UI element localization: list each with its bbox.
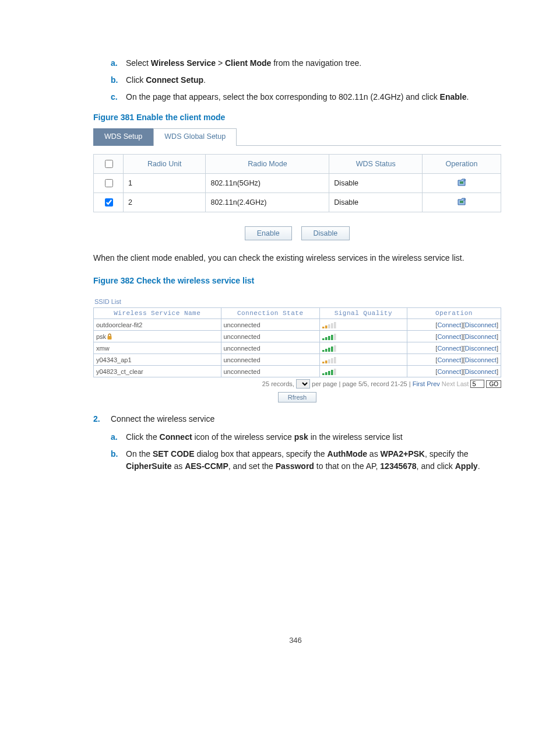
prev-link[interactable]: Prev [427, 380, 440, 387]
cell-wds-status: Disable [329, 193, 423, 212]
operation-icon[interactable] [423, 174, 501, 193]
svg-rect-22 [325, 372, 328, 375]
col-radio-mode: Radio Mode [206, 155, 329, 174]
cell-connection-state: unconnected [221, 331, 319, 342]
col-operation: Operation [423, 155, 501, 174]
select-all-checkbox[interactable] [105, 160, 113, 168]
col-connection-state: Connection State [221, 308, 319, 319]
table-row: xmwunconnected[Connect][Disconnect] [94, 342, 501, 354]
cell-connection-state: unconnected [221, 354, 319, 366]
goto-input[interactable] [470, 380, 484, 388]
page-number: 346 [93, 636, 498, 645]
row-checkbox[interactable] [105, 198, 113, 206]
connect-link[interactable]: Connect [437, 345, 461, 352]
svg-rect-1 [325, 326, 328, 328]
figure-381-caption: Figure 381 Enable the client mode [93, 113, 498, 122]
marker-c: c. [111, 91, 126, 103]
first-link[interactable]: First [413, 380, 425, 387]
marker-a: a. [111, 57, 126, 69]
disconnect-link[interactable]: Disconnect [465, 345, 497, 352]
substep-c: c. On the page that appears, select the … [111, 91, 498, 103]
cell-connection-state: unconnected [221, 366, 319, 377]
svg-rect-0 [322, 327, 325, 328]
cell-radio-unit: 2 [124, 193, 206, 212]
disconnect-link[interactable]: Disconnect [465, 321, 497, 328]
table-row: pskunconnected[Connect][Disconnect] [94, 331, 501, 342]
col-operation: Operation [407, 308, 501, 319]
signal-icon [319, 342, 407, 354]
svg-rect-11 [322, 350, 325, 352]
operation-icon[interactable] [423, 193, 501, 212]
enable-button[interactable]: Enable [245, 226, 292, 240]
figure-382-caption: Figure 382 Check the wireless service li… [93, 276, 498, 285]
table-row: y04823_ct_clearunconnected[Connect][Disc… [94, 366, 501, 377]
perpage-select[interactable]: 5 [296, 379, 310, 388]
svg-rect-23 [328, 371, 330, 375]
substep-2a: a. Click the Connect icon of the wireles… [111, 431, 498, 443]
button-row: Enable Disable [93, 226, 501, 240]
cell-operation: [Connect][Disconnect] [407, 366, 501, 377]
cell-connection-state: unconnected [221, 342, 319, 354]
perpage-text: per page | page 5/5, record 21-25 | [312, 380, 411, 387]
svg-rect-17 [325, 360, 328, 363]
cell-radio-mode: 802.11n(2.4GHz) [206, 193, 329, 212]
svg-rect-6 [322, 338, 325, 340]
substeps-1: a. Select Wireless Service > Client Mode… [111, 57, 498, 103]
table-row: outdoorclear-fit2unconnected[Connect][Di… [94, 319, 501, 331]
svg-rect-16 [322, 362, 325, 363]
cell-connection-state: unconnected [221, 319, 319, 331]
svg-rect-5 [108, 336, 112, 340]
substep-a-text: Select Wireless Service > Client Mode fr… [126, 57, 361, 69]
step-2-title: Connect the wireless service [111, 413, 214, 425]
svg-rect-3 [331, 323, 333, 328]
svg-rect-8 [328, 336, 330, 340]
tab-wds-global-setup[interactable]: WDS Global Setup [153, 128, 237, 146]
svg-rect-4 [334, 322, 336, 328]
substep-2a-text: Click the Connect icon of the wireless s… [126, 431, 403, 443]
svg-rect-10 [334, 334, 336, 340]
step-2: 2. Connect the wireless service [93, 413, 498, 425]
disable-button[interactable]: Disable [301, 226, 350, 240]
next-link[interactable]: Next [442, 380, 455, 387]
cell-operation: [Connect][Disconnect] [407, 342, 501, 354]
refresh-button[interactable]: Rfresh [278, 392, 316, 402]
lock-icon [106, 333, 113, 340]
cell-operation: [Connect][Disconnect] [407, 319, 501, 331]
ssid-table: Wireless Service Name Connection State S… [93, 307, 501, 377]
pager: 25 records, 5 per page | page 5/5, recor… [93, 379, 501, 388]
svg-rect-7 [325, 337, 328, 340]
cell-service-name: outdoorclear-fit2 [94, 319, 221, 331]
substep-a: a. Select Wireless Service > Client Mode… [111, 57, 498, 69]
row-checkbox[interactable] [105, 179, 113, 187]
mid-paragraph: When the client mode enabled, you can ch… [93, 252, 498, 264]
table-row: y04343_ap1unconnected[Connect][Disconnec… [94, 354, 501, 366]
svg-rect-25 [334, 369, 336, 375]
table-row: 2802.11n(2.4GHz)Disable [94, 193, 501, 212]
svg-rect-19 [331, 358, 333, 363]
svg-rect-18 [328, 359, 330, 363]
disconnect-link[interactable]: Disconnect [465, 356, 497, 363]
svg-rect-15 [334, 345, 336, 352]
marker-b: b. [111, 448, 126, 473]
table-row: 1802.11n(5GHz)Disable [94, 174, 501, 193]
signal-icon [319, 354, 407, 366]
ssid-list-title: SSID List [93, 296, 501, 307]
last-link[interactable]: Last [457, 380, 469, 387]
disconnect-link[interactable]: Disconnect [465, 333, 497, 340]
tab-wds-setup[interactable]: WDS Setup [93, 128, 153, 146]
substep-c-text: On the page that appears, select the box… [126, 91, 469, 103]
signal-icon [319, 366, 407, 377]
substep-2b: b. On the SET CODE dialog box that appea… [111, 448, 498, 473]
connect-link[interactable]: Connect [437, 368, 461, 375]
connect-link[interactable]: Connect [437, 321, 461, 328]
cell-operation: [Connect][Disconnect] [407, 354, 501, 366]
signal-icon [319, 319, 407, 331]
cell-radio-mode: 802.11n(5GHz) [206, 174, 329, 193]
disconnect-link[interactable]: Disconnect [465, 368, 497, 375]
svg-rect-14 [331, 346, 333, 352]
connect-link[interactable]: Connect [437, 356, 461, 363]
records-text: 25 records, [262, 380, 294, 387]
go-button[interactable]: GO [486, 380, 501, 388]
wds-table: Radio Unit Radio Mode WDS Status Operati… [93, 154, 501, 212]
connect-link[interactable]: Connect [437, 333, 461, 340]
